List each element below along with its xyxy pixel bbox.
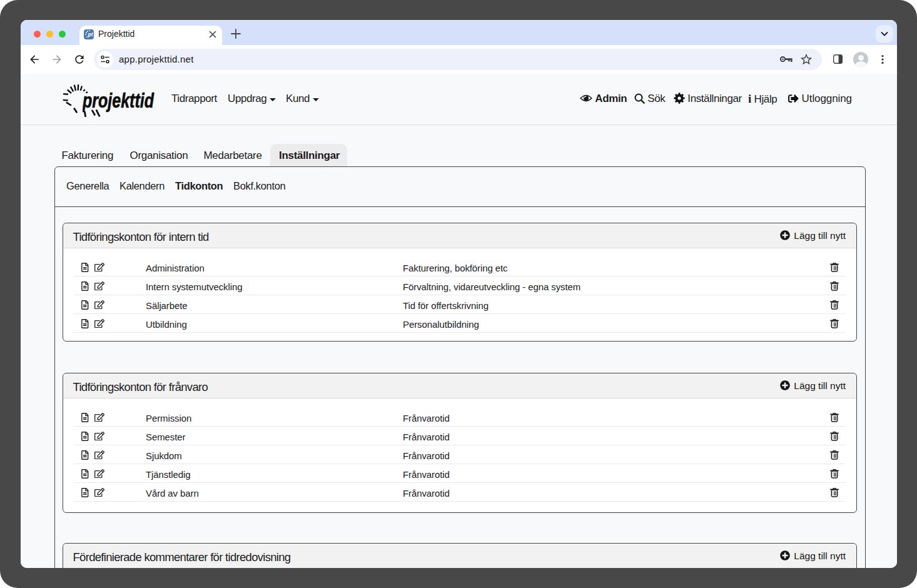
svg-text:projekttid: projekttid <box>83 88 155 112</box>
